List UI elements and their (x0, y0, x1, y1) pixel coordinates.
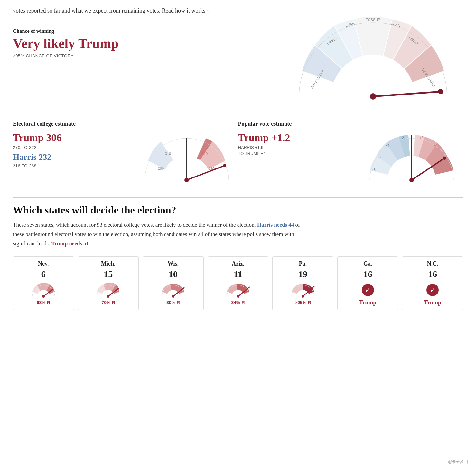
electoral-estimate: Electoral college estimate Trump 306 270… (13, 121, 238, 185)
state-votes-ga: 16 (340, 269, 396, 279)
harris-popular-1: HARRIS +1.6 (238, 145, 367, 150)
svg-point-24 (184, 178, 189, 182)
svg-text:TOSSUP: TOSSUP (366, 18, 380, 22)
state-gauge-ariz (210, 282, 266, 298)
svg-point-53 (302, 295, 304, 298)
trump-winner-nc: ✓ Trump (405, 282, 460, 306)
trump-label-ga: Trump (359, 299, 377, 306)
trump-needs-text: Trump needs 51 (51, 240, 89, 247)
state-gauge-nev (16, 282, 71, 298)
state-card-nc[interactable]: N.C. 16 ✓ Trump (402, 256, 463, 310)
svg-text:+2: +2 (400, 136, 404, 140)
trump-winner-ga: ✓ Trump (340, 282, 396, 306)
svg-point-47 (172, 295, 174, 298)
svg-text:290: 290 (158, 167, 163, 170)
state-votes-ariz: 11 (210, 269, 266, 279)
read-how-link[interactable]: Read how it works › (162, 7, 209, 14)
trump-label-nc: Trump (424, 299, 441, 306)
check-icon-nc: ✓ (426, 284, 439, 296)
state-abbr-ariz: Ariz. (210, 260, 266, 267)
trump-popular: Trump +1.2 (238, 132, 367, 144)
svg-text:+2: +2 (419, 136, 423, 140)
winner-text: Very likely Trump (13, 36, 270, 51)
svg-text:+8: +8 (448, 168, 452, 172)
state-card-nev[interactable]: Nev. 6 68% R (13, 256, 74, 310)
state-pct-wis: 80% R (145, 300, 201, 305)
svg-point-37 (409, 178, 414, 182)
svg-point-38 (443, 157, 446, 160)
popular-gauge: +8 +6 +4 +2 +2 +4 +6 +8 (367, 132, 457, 185)
state-gauge-wis (145, 282, 201, 298)
harris-needs-link[interactable]: Harris needs 44 (257, 222, 294, 228)
state-abbr-mich: Mich. (81, 260, 136, 267)
svg-text:310: 310 (201, 152, 207, 156)
popular-title: Popular vote estimate (238, 121, 457, 127)
electoral-title: Electoral college estimate (13, 121, 232, 127)
state-votes-pa: 19 (275, 269, 331, 279)
state-pct-nev: 68% R (16, 300, 71, 305)
state-votes-nev: 6 (16, 269, 71, 279)
state-votes-nc: 16 (405, 269, 460, 279)
state-card-mich[interactable]: Mich. 15 70% R (78, 256, 139, 310)
svg-point-25 (223, 164, 226, 167)
harris-popular-2: TO TRUMP +4 (238, 151, 367, 156)
state-abbr-nc: N.C. (405, 260, 460, 267)
check-icon-ga: ✓ (362, 284, 374, 296)
harris-electoral: Harris 232 (13, 152, 142, 162)
state-card-ga[interactable]: Ga. 16 ✓ Trump (337, 256, 398, 310)
state-abbr-pa: Pa. (275, 260, 331, 267)
top-gauge: VERY LIKELY LIKELY LEAN TOSSUP LEAN LIKE… (283, 6, 463, 104)
trump-electoral-range: 270 TO 322 (13, 145, 142, 150)
state-abbr-ga: Ga. (340, 260, 396, 267)
victory-pct: >95% CHANCE OF VICTORY (13, 53, 270, 58)
svg-text:+4: +4 (434, 144, 438, 147)
states-desc: These seven states, which account for 93… (13, 221, 303, 249)
svg-point-15 (370, 93, 376, 100)
state-card-ariz[interactable]: Ariz. 11 84% R (208, 256, 269, 310)
state-cards: Nev. 6 68% R Mich. (13, 256, 463, 310)
intro-text: votes reported so far and what we expect… (13, 6, 270, 15)
harris-electoral-range: 216 TO 268 (13, 163, 142, 168)
popular-estimate: Popular vote estimate Trump +1.2 HARRIS … (238, 121, 463, 185)
state-card-wis[interactable]: Wis. 10 80% R (143, 256, 204, 310)
state-card-pa[interactable]: Pa. 19 >95% R (272, 256, 333, 310)
chance-label: Chance of winning (13, 28, 270, 34)
svg-text:310: 310 (165, 152, 171, 156)
svg-text:+4: +4 (386, 144, 389, 147)
svg-point-41 (42, 295, 45, 298)
state-abbr-wis: Wis. (145, 260, 201, 267)
electoral-gauge: 290 310 290 310 (142, 132, 232, 185)
svg-point-44 (107, 295, 109, 298)
trump-electoral: Trump 306 (13, 132, 142, 144)
states-title: Which states will decide the election? (13, 204, 463, 216)
state-abbr-nev: Nev. (16, 260, 71, 267)
state-votes-mich: 15 (81, 269, 136, 279)
state-gauge-mich (81, 282, 136, 298)
svg-text:+6: +6 (377, 155, 381, 159)
state-pct-ariz: 84% R (210, 300, 266, 305)
svg-text:+8: +8 (372, 168, 376, 172)
svg-point-50 (237, 295, 239, 298)
state-pct-mich: 70% R (81, 300, 136, 305)
svg-point-16 (438, 89, 443, 94)
state-gauge-pa (275, 282, 331, 298)
state-votes-wis: 10 (145, 269, 201, 279)
state-pct-pa: >95% R (275, 300, 331, 305)
